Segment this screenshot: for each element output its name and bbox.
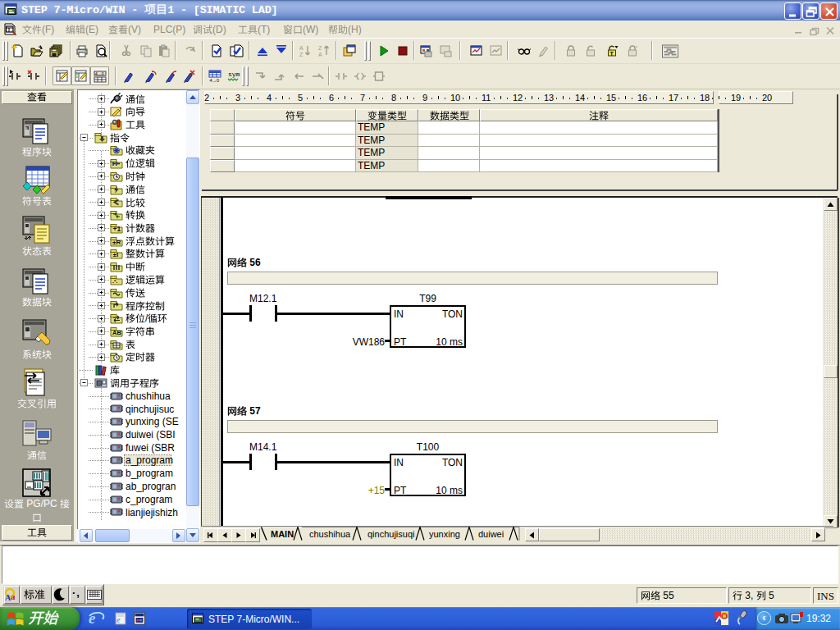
svg-text:duiwei: duiwei xyxy=(478,529,504,539)
svg-text:B: B xyxy=(25,126,28,130)
svg-text:A: A xyxy=(318,52,322,57)
svg-text:AB: AB xyxy=(112,329,121,336)
svg-text:4→0: 4→0 xyxy=(95,71,104,76)
svg-text:yunxing: yunxing xyxy=(429,529,460,539)
svg-text:Z: Z xyxy=(318,45,322,51)
svg-text:+1: +1 xyxy=(113,225,121,233)
svg-text:a: a xyxy=(11,591,16,601)
svg-text:e: e xyxy=(116,615,121,624)
svg-text:±R: ±R xyxy=(112,239,121,246)
svg-text:T: T xyxy=(610,51,614,57)
svg-text:A: A xyxy=(299,45,304,51)
svg-text:e: e xyxy=(89,609,96,627)
svg-text:.º.: .º. xyxy=(112,278,118,284)
svg-text:±I: ±I xyxy=(113,251,119,258)
svg-text:Z: Z xyxy=(299,52,304,57)
svg-text:chushihua: chushihua xyxy=(309,529,351,539)
svg-text:4→0: 4→0 xyxy=(210,78,220,83)
svg-text:qinchujisuqi: qinchujisuqi xyxy=(368,529,414,539)
svg-text:sym: sym xyxy=(228,71,240,78)
svg-text:MAIN: MAIN xyxy=(271,529,294,539)
